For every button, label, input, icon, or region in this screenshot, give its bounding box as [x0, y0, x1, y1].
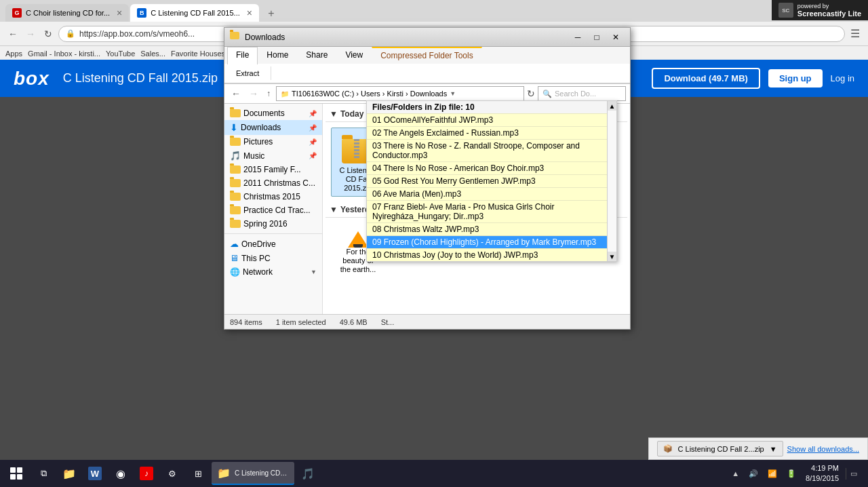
screencastify-text: powered by Screencastify Lite: [797, 3, 861, 18]
addr-back-btn[interactable]: ←: [229, 87, 243, 100]
sidebar-label-spring2016: Spring 2016: [243, 219, 288, 229]
ribbon-tab-view[interactable]: View: [336, 47, 372, 64]
menu-btn[interactable]: ☰: [848, 26, 863, 41]
taskbar-task-view[interactable]: ⧉: [31, 462, 56, 485]
sidebar-item-thispc[interactable]: 🖥 This PC: [224, 251, 322, 265]
bookmark-gmail[interactable]: Gmail - Inbox - kirsti...: [28, 50, 100, 58]
systray-network[interactable]: 📶: [765, 468, 780, 480]
tooltip-row-2: 02 The Angels Exclaimed - Russian.mp3: [367, 127, 607, 140]
sidebar-item-network[interactable]: 🌐 Network ▼: [224, 265, 322, 279]
status-item-count: 894 items: [230, 318, 262, 326]
show-downloads-bar: 📦 C Listening CD Fall 2...zip ▼ Show all…: [648, 437, 868, 460]
zip-stripe-6: [354, 156, 359, 158]
sidebar-item-documents[interactable]: Documents 📌: [224, 106, 322, 120]
ribbon-tab-share[interactable]: Share: [297, 47, 336, 64]
show-desktop-btn[interactable]: ▭: [846, 468, 860, 480]
bookmark-youtube[interactable]: YouTube: [106, 50, 135, 58]
sidebar-item-spring2016[interactable]: Spring 2016: [224, 217, 322, 231]
sidebar-item-2015family[interactable]: 2015 Family F...: [224, 163, 322, 176]
forward-btn[interactable]: →: [23, 26, 38, 41]
explorer-status: 894 items 1 item selected 49.6 MB St...: [224, 314, 630, 329]
bookmark-sales[interactable]: Sales...: [140, 50, 165, 58]
clock-date: 8/19/2015: [806, 473, 839, 484]
sidebar-item-pictures[interactable]: Pictures 📌: [224, 135, 322, 149]
taskbar-chrome[interactable]: ◉: [108, 462, 133, 485]
tab2-close[interactable]: ×: [247, 7, 252, 18]
sidebar-divider: [224, 233, 322, 234]
box-logo[interactable]: box: [14, 68, 50, 90]
download-button[interactable]: Download (49.7 MB): [652, 68, 760, 89]
ribbon-content: Extract: [224, 64, 630, 83]
taskbar: ⧉ 📁 W ◉ ♪ ⚙ ⊞ 📁 C Listening CD Fall 2...…: [0, 460, 868, 487]
sidebar-item-practicecd[interactable]: Practice Cd Trac...: [224, 203, 322, 217]
systray-chevron[interactable]: ▲: [729, 468, 742, 479]
browser-tab-2[interactable]: B C Listening CD Fall 2015... ×: [130, 4, 259, 22]
taskbar-apps[interactable]: ⊞: [186, 462, 210, 485]
browser-tab-1[interactable]: G C Choir listening CD for... ×: [5, 4, 129, 22]
address-path[interactable]: 📁 TI106163W0C (C:) › Users › Kirsti › Do…: [276, 86, 524, 101]
box-filename: C Listening CD Fall 2015.zip: [63, 71, 218, 85]
tooltip-scroll-down[interactable]: ▼: [608, 252, 616, 261]
ribbon-extract-group: Extract: [230, 66, 271, 80]
onedrive-icon: ☁: [230, 239, 239, 249]
taskbar-music[interactable]: ♪: [134, 462, 159, 485]
tooltip-row-1: 01 OComeAllYeFaithful JWP.mp3: [367, 114, 607, 127]
tooltip-content: Files/Folders in Zip file: 10 01 OComeAl…: [367, 101, 616, 261]
back-btn[interactable]: ←: [5, 26, 20, 41]
tab1-close[interactable]: ×: [117, 7, 122, 18]
login-button[interactable]: Log in: [831, 73, 854, 83]
tooltip-scrollbar[interactable]: ▲ ▼: [607, 101, 616, 261]
close-btn[interactable]: ✕: [607, 31, 625, 43]
systray-battery[interactable]: 🔋: [784, 468, 799, 480]
sidebar-label-2015family: 2015 Family F...: [243, 165, 301, 174]
ribbon: File Home Share View Compressed Folder T…: [224, 47, 630, 84]
sidebar-item-music[interactable]: 🎵 Music 📌: [224, 149, 322, 163]
music-folder-icon: 🎵: [230, 151, 241, 161]
minimize-btn[interactable]: ─: [569, 31, 587, 43]
sidebar-label-music: Music: [243, 151, 264, 161]
bookmark-apps[interactable]: Apps: [5, 50, 22, 58]
zip-stripe-3: [354, 146, 359, 148]
sidebar-item-2011christmas[interactable]: 2011 Christmas C...: [224, 176, 322, 190]
taskbar-explorer-active[interactable]: 📁 C Listening CD Fall 2...: [212, 462, 294, 485]
taskbar-settings[interactable]: ⚙: [160, 462, 184, 485]
clock-time: 4:19 PM: [806, 463, 839, 473]
maximize-btn[interactable]: □: [588, 31, 606, 43]
search-icon: 🔍: [542, 90, 552, 98]
taskbar-word[interactable]: W: [83, 462, 107, 485]
start-button[interactable]: [3, 461, 30, 486]
pin-icon-music: 📌: [309, 152, 317, 159]
folder-xmas2015-icon: [230, 193, 241, 201]
ribbon-tab-compressed[interactable]: Compressed Folder Tools: [372, 47, 482, 64]
download-folder-icon: ⬇: [230, 122, 238, 133]
sidebar-item-christmas2015[interactable]: Christmas 2015: [224, 190, 322, 203]
show-all-downloads-link[interactable]: Show all downloads...: [787, 445, 859, 453]
tooltip-scroll-up[interactable]: ▲: [608, 101, 616, 111]
refresh-path-btn[interactable]: ↻: [527, 88, 535, 99]
systray-volume[interactable]: 🔊: [746, 468, 761, 480]
taskbar-mediaplayer[interactable]: 🎵: [296, 462, 320, 485]
sidebar-item-downloads[interactable]: ⬇ Downloads 📌: [224, 120, 322, 135]
sidebar-item-onedrive[interactable]: ☁ OneDrive: [224, 237, 322, 251]
ribbon-tab-home[interactable]: Home: [258, 47, 297, 64]
extract-btn[interactable]: Extract: [230, 66, 265, 80]
addr-up-btn[interactable]: ↑: [264, 87, 273, 100]
signup-button[interactable]: Sign up: [768, 69, 823, 87]
new-tab-btn[interactable]: +: [262, 5, 281, 22]
path-icon: 📁: [281, 90, 289, 98]
chrome-icon: ◉: [114, 467, 127, 480]
status-size: 49.6 MB: [340, 318, 368, 326]
win-square-4: [17, 474, 22, 480]
taskbar-clock[interactable]: 4:19 PM 8/19/2015: [803, 463, 842, 484]
addr-forward-btn[interactable]: →: [246, 87, 261, 100]
sidebar-label-pictures: Pictures: [243, 137, 273, 147]
taskbar-file-explorer[interactable]: 📁: [57, 462, 81, 485]
tooltip-popup: Files/Folders in Zip file: 10 01 OComeAl…: [366, 100, 617, 262]
ribbon-tab-file[interactable]: File: [227, 47, 258, 64]
pin-icon-pictures: 📌: [309, 138, 317, 146]
refresh-btn[interactable]: ↻: [41, 26, 56, 41]
settings-icon: ⚙: [165, 467, 179, 480]
explorer-search-box[interactable]: 🔍 Search Do...: [538, 86, 626, 101]
tooltip-row-5: 05 God Rest You Merry Gentlemen JWP.mp3: [367, 175, 607, 188]
bookmark-houses[interactable]: Favorite Houses: [171, 50, 225, 58]
